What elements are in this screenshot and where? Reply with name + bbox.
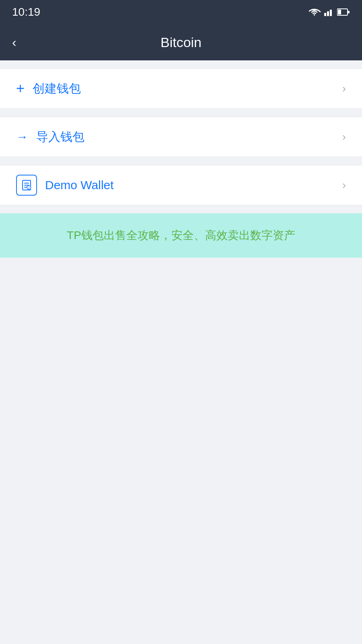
svg-rect-1: [327, 11, 329, 16]
wifi-icon: [309, 8, 321, 17]
demo-wallet-arrow: ›: [342, 179, 346, 192]
svg-rect-4: [338, 10, 341, 14]
import-wallet-label: 导入钱包: [36, 129, 342, 145]
signal-icon: [324, 8, 334, 16]
create-wallet-arrow: ›: [342, 82, 346, 95]
banner[interactable]: TP钱包出售全攻略，安全、高效卖出数字资产: [0, 213, 362, 258]
middle-spacer-2: [0, 157, 362, 165]
app-header: ‹ Bitcoin: [0, 24, 362, 60]
page-title: Bitcoin: [160, 35, 202, 50]
import-wallet-arrow: ›: [342, 130, 346, 143]
plus-icon: +: [16, 80, 25, 97]
content-area: + 创建钱包 › → 导入钱包 › i Demo Wallet › TP钱包出售…: [0, 60, 362, 644]
create-wallet-item[interactable]: + 创建钱包 ›: [0, 68, 362, 109]
svg-rect-0: [324, 13, 326, 16]
demo-wallet-label: Demo Wallet: [45, 178, 342, 192]
top-spacer: [0, 60, 362, 68]
svg-rect-9: [24, 187, 27, 188]
svg-rect-7: [24, 183, 29, 184]
import-wallet-item[interactable]: → 导入钱包 ›: [0, 117, 362, 157]
svg-rect-5: [348, 11, 350, 13]
status-bar: 10:19: [0, 0, 362, 24]
demo-wallet-icon: i: [16, 175, 37, 196]
battery-icon: [337, 8, 350, 16]
banner-text: TP钱包出售全攻略，安全、高效卖出数字资产: [67, 228, 295, 243]
status-icons: [309, 8, 350, 17]
svg-text:i: i: [29, 186, 30, 190]
svg-rect-2: [330, 10, 332, 16]
back-button[interactable]: ‹: [12, 36, 16, 49]
demo-wallet-item[interactable]: i Demo Wallet ›: [0, 165, 362, 205]
import-arrow-icon: →: [16, 130, 28, 144]
create-wallet-label: 创建钱包: [33, 80, 342, 97]
status-time: 10:19: [12, 6, 40, 19]
middle-spacer-1: [0, 109, 362, 117]
